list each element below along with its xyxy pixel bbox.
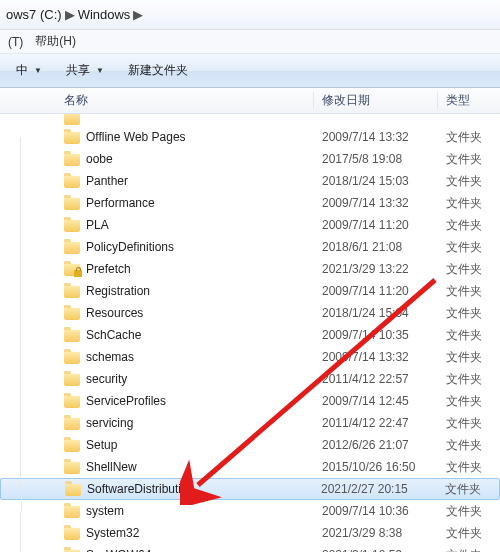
file-name-cell[interactable]: Registration	[56, 283, 314, 299]
file-type-cell: 文件夹	[438, 525, 500, 542]
table-row[interactable]: Performance2009/7/14 13:32文件夹	[0, 192, 500, 214]
folder-icon	[64, 393, 80, 409]
file-type-cell: 文件夹	[438, 349, 500, 366]
menu-help[interactable]: 帮助(H)	[35, 33, 76, 50]
file-type-cell: 文件夹	[438, 129, 500, 146]
file-name-label: SchCache	[86, 328, 141, 342]
file-name-label: Offline Web Pages	[86, 130, 186, 144]
folder-icon	[64, 114, 80, 126]
table-row[interactable]: oobe2017/5/8 19:08文件夹	[0, 148, 500, 170]
folder-icon	[64, 371, 80, 387]
file-type-cell: 文件夹	[438, 547, 500, 553]
column-header-date[interactable]: 修改日期	[314, 92, 438, 109]
file-type-cell: 文件夹	[438, 283, 500, 300]
table-row[interactable]: Panther2018/1/24 15:03文件夹	[0, 170, 500, 192]
file-name-label: system	[86, 504, 124, 518]
table-row[interactable]: ShellNew2015/10/26 16:50文件夹	[0, 456, 500, 478]
file-name-label: Setup	[86, 438, 117, 452]
file-type-cell: 文件夹	[438, 217, 500, 234]
toolbar-include-button[interactable]: 中 ▼	[8, 59, 50, 82]
table-row[interactable]: SchCache2009/7/14 10:35文件夹	[0, 324, 500, 346]
file-name-cell[interactable]: oobe	[56, 151, 314, 167]
chevron-right-icon[interactable]: ▶	[132, 7, 144, 23]
file-name-label: System32	[86, 526, 139, 540]
chevron-right-icon[interactable]: ▶	[64, 7, 76, 23]
folder-icon	[64, 525, 80, 541]
file-type-cell: 文件夹	[438, 371, 500, 388]
file-name-cell[interactable]: Prefetch	[56, 261, 314, 277]
file-name-label: oobe	[86, 152, 113, 166]
file-name-cell[interactable]: Performance	[56, 195, 314, 211]
file-date-cell: 2018/1/24 15:03	[314, 174, 438, 188]
table-row[interactable]: schemas2009/7/14 13:32文件夹	[0, 346, 500, 368]
file-name-cell[interactable]: Resources	[56, 305, 314, 321]
file-date-cell: 2009/7/14 10:36	[314, 504, 438, 518]
file-type-cell: 文件夹	[438, 305, 500, 322]
table-row[interactable]	[0, 114, 500, 126]
file-name-label: Prefetch	[86, 262, 131, 276]
table-row[interactable]: SysWOW642021/3/1 10:59文件夹	[0, 544, 500, 552]
file-name-cell[interactable]: SysWOW64	[56, 547, 314, 552]
table-row[interactable]: Prefetch2021/3/29 13:22文件夹	[0, 258, 500, 280]
file-name-cell[interactable]: SchCache	[56, 327, 314, 343]
breadcrumb-crumb-drive[interactable]: ows7 (C:)	[4, 7, 64, 22]
table-row[interactable]: PLA2009/7/14 11:20文件夹	[0, 214, 500, 236]
folder-icon	[64, 437, 80, 453]
file-type-cell: 文件夹	[438, 437, 500, 454]
file-type-cell: 文件夹	[438, 151, 500, 168]
file-name-label: ServiceProfiles	[86, 394, 166, 408]
table-row[interactable]: ServiceProfiles2009/7/14 12:45文件夹	[0, 390, 500, 412]
file-name-cell[interactable]: security	[56, 371, 314, 387]
folder-icon	[64, 195, 80, 211]
folder-icon	[64, 151, 80, 167]
file-name-cell[interactable]: system	[56, 503, 314, 519]
toolbar: 中 ▼ 共享 ▼ 新建文件夹	[0, 54, 500, 88]
menu-tools[interactable]: (T)	[8, 35, 23, 49]
toolbar-share-button[interactable]: 共享 ▼	[58, 59, 112, 82]
file-name-cell[interactable]: servicing	[56, 415, 314, 431]
table-row[interactable]: Setup2012/6/26 21:07文件夹	[0, 434, 500, 456]
table-row[interactable]: System322021/3/29 8:38文件夹	[0, 522, 500, 544]
file-name-label: servicing	[86, 416, 133, 430]
toolbar-newfolder-button[interactable]: 新建文件夹	[120, 59, 196, 82]
file-name-cell[interactable]: Offline Web Pages	[56, 129, 314, 145]
table-row[interactable]: security2011/4/12 22:57文件夹	[0, 368, 500, 390]
table-row-selected[interactable]: SoftwareDistribution2021/2/27 20:15文件夹	[0, 478, 500, 500]
file-date-cell: 2018/6/1 21:08	[314, 240, 438, 254]
table-row[interactable]: Registration2009/7/14 11:20文件夹	[0, 280, 500, 302]
folder-icon	[64, 327, 80, 343]
breadcrumb-crumb-windows[interactable]: Windows	[76, 7, 133, 22]
column-header-type[interactable]: 类型	[438, 92, 500, 109]
table-row[interactable]: Offline Web Pages2009/7/14 13:32文件夹	[0, 126, 500, 148]
table-row[interactable]: Resources2018/1/24 15:04文件夹	[0, 302, 500, 324]
file-name-label: PLA	[86, 218, 109, 232]
file-date-cell: 2009/7/14 12:45	[314, 394, 438, 408]
file-date-cell: 2009/7/14 13:32	[314, 350, 438, 364]
file-name-cell[interactable]: ServiceProfiles	[56, 393, 314, 409]
table-row[interactable]: system2009/7/14 10:36文件夹	[0, 500, 500, 522]
file-name-cell[interactable]: ShellNew	[56, 459, 314, 475]
file-name-cell[interactable]: SoftwareDistribution	[57, 481, 313, 497]
file-date-cell: 2021/3/29 13:22	[314, 262, 438, 276]
folder-icon	[64, 129, 80, 145]
file-name-cell[interactable]	[56, 114, 314, 126]
table-row[interactable]: PolicyDefinitions2018/6/1 21:08文件夹	[0, 236, 500, 258]
column-header-name[interactable]: 名称	[56, 92, 314, 109]
file-date-cell: 2021/2/27 20:15	[313, 482, 437, 496]
file-type-cell: 文件夹	[438, 327, 500, 344]
file-name-cell[interactable]: PolicyDefinitions	[56, 239, 314, 255]
breadcrumb[interactable]: ows7 (C:) ▶ Windows ▶	[0, 0, 500, 30]
file-name-label: Panther	[86, 174, 128, 188]
file-name-cell[interactable]: Panther	[56, 173, 314, 189]
file-name-cell[interactable]: PLA	[56, 217, 314, 233]
file-name-cell[interactable]: schemas	[56, 349, 314, 365]
file-type-cell: 文件夹	[438, 459, 500, 476]
file-name-label: Resources	[86, 306, 143, 320]
toolbar-include-label: 中	[16, 62, 28, 79]
file-date-cell: 2009/7/14 13:32	[314, 130, 438, 144]
file-name-cell[interactable]: Setup	[56, 437, 314, 453]
file-name-cell[interactable]: System32	[56, 525, 314, 541]
table-row[interactable]: servicing2011/4/12 22:47文件夹	[0, 412, 500, 434]
file-list[interactable]: Offline Web Pages2009/7/14 13:32文件夹oobe2…	[0, 114, 500, 552]
folder-icon	[64, 305, 80, 321]
